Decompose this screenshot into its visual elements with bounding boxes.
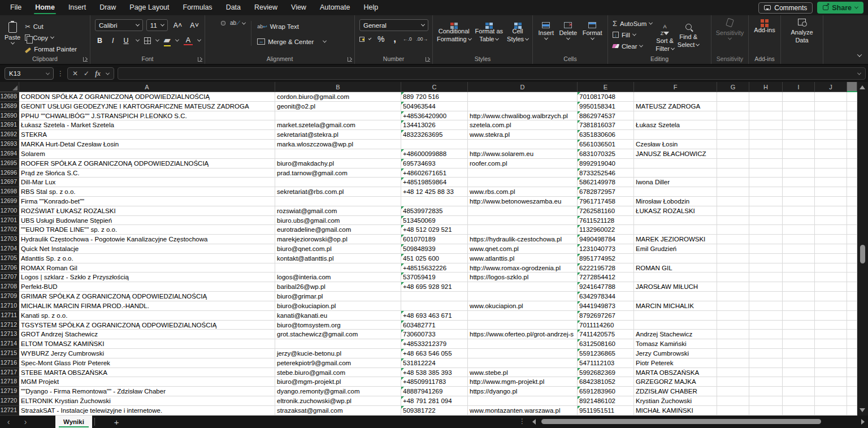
cell-E12712[interactable]: 7011114260 xyxy=(578,321,634,330)
cell-G12712[interactable] xyxy=(717,321,749,330)
cell-C12717[interactable]: +48 538 385 393 xyxy=(401,368,468,378)
cell-B12705[interactable]: kontakt@atlanttis.pl xyxy=(275,254,401,263)
row-header-12711[interactable]: 12711 xyxy=(0,311,19,321)
cell-D12706[interactable]: http://www.romax-ogrodzenia.pl xyxy=(468,263,578,273)
cell-J12712[interactable] xyxy=(815,321,847,330)
cell-G12688[interactable] xyxy=(717,92,749,102)
cell-H12720[interactable] xyxy=(749,396,783,406)
copy-button[interactable]: Copy xyxy=(25,32,77,43)
cell-H12694[interactable] xyxy=(749,149,783,159)
cell-K12710[interactable] xyxy=(847,301,857,311)
cell-I12688[interactable] xyxy=(783,92,815,102)
cell-A12719[interactable]: ""Dyango - Firma Remontowa"" - Zdzisław … xyxy=(19,387,275,396)
cell-C12696[interactable]: +48602671651 xyxy=(401,168,468,178)
cell-I12690[interactable] xyxy=(783,111,815,121)
cell-G12705[interactable] xyxy=(717,254,749,263)
row-header-12691[interactable]: 12691 xyxy=(0,120,19,130)
cell-H12701[interactable] xyxy=(749,216,783,226)
cell-H12698[interactable] xyxy=(749,187,783,197)
cell-E12717[interactable]: 5992682369 xyxy=(578,368,634,378)
cell-A12707[interactable]: Logos | szklarz - Szkło z Przyszłością xyxy=(19,273,275,282)
cell-B12703[interactable]: marekjeziorowski@op.pl xyxy=(275,235,401,244)
cell-I12699[interactable] xyxy=(783,197,815,206)
cell-H12696[interactable] xyxy=(749,168,783,178)
cell-H12695[interactable] xyxy=(749,159,783,168)
scroll-down-icon[interactable] xyxy=(860,408,865,412)
cell-C12704[interactable]: 509848939 xyxy=(401,244,468,254)
cell-B12710[interactable]: biuro@okuciapion.pl xyxy=(275,301,401,311)
cell-B12693[interactable]: marka.wloszczowa@wp.pl xyxy=(275,140,401,149)
cell-D12701[interactable] xyxy=(468,216,578,226)
cell-F12690[interactable] xyxy=(634,111,717,121)
cell-F12692[interactable] xyxy=(634,130,717,140)
cell-I12707[interactable] xyxy=(783,273,815,282)
sheet-tab-wyniki[interactable]: Wyniki xyxy=(55,416,92,428)
cell-B12698[interactable]: sekretariat@rbs.com.pl xyxy=(275,187,401,197)
cell-D12694[interactable]: http://www.solarem.eu xyxy=(468,149,578,159)
cell-D12693[interactable] xyxy=(468,140,578,149)
cell-E12707[interactable]: 7272854412 xyxy=(578,273,634,282)
cell-D12699[interactable]: http://www.betonoweszamba.eu xyxy=(468,197,578,206)
cell-J12720[interactable] xyxy=(815,396,847,406)
accounting-format-button[interactable] xyxy=(359,37,364,42)
cell-D12707[interactable]: https://logos-szklo.pl xyxy=(468,273,578,282)
cell-E12703[interactable]: 9490498784 xyxy=(578,235,634,244)
cell-E12699[interactable]: 7961717458 xyxy=(578,197,634,206)
formula-input[interactable] xyxy=(118,67,866,80)
cell-I12704[interactable] xyxy=(783,244,815,254)
cell-K12711[interactable] xyxy=(847,311,857,321)
cell-F12697[interactable]: Iwona Diller xyxy=(634,178,717,187)
format-painter-button[interactable]: Format Painter xyxy=(25,44,77,54)
cell-F12694[interactable]: JANUSZ BŁACHOWICZ xyxy=(634,149,717,159)
cell-A12721[interactable]: StrażakSAT - Instalacje telewizyjne i in… xyxy=(19,406,275,416)
cell-D12714[interactable] xyxy=(468,339,578,349)
cell-G12709[interactable] xyxy=(717,292,749,301)
orientation-dropdown-icon[interactable] xyxy=(242,20,246,24)
cell-E12709[interactable]: 6342978344 xyxy=(578,292,634,301)
row-header-12696[interactable]: 12696 xyxy=(0,168,19,178)
cell-J12708[interactable] xyxy=(815,282,847,292)
cell-B12715[interactable]: jerzy@kucie-betonu.pl xyxy=(275,349,401,358)
cell-C12716[interactable]: 531812224 xyxy=(401,358,468,368)
cell-C12719[interactable]: 48887941269 xyxy=(401,387,468,396)
cell-J12699[interactable] xyxy=(815,197,847,206)
cell-G12693[interactable] xyxy=(717,140,749,149)
insert-function-button[interactable]: fx xyxy=(95,70,101,78)
grow-font-button[interactable]: A˄ xyxy=(171,21,185,29)
number-dialog-launcher[interactable] xyxy=(426,57,430,62)
cell-G12720[interactable] xyxy=(717,396,749,406)
cell-G12696[interactable] xyxy=(717,168,749,178)
cell-F12705[interactable] xyxy=(634,254,717,263)
cell-G12706[interactable] xyxy=(717,263,749,273)
cell-G12715[interactable] xyxy=(717,349,749,358)
row-header-12718[interactable]: 12718 xyxy=(0,377,19,387)
menu-help[interactable]: Help xyxy=(357,0,385,15)
cell-F12689[interactable]: MATEUSZ ZADROGA xyxy=(634,102,717,111)
cell-I12720[interactable] xyxy=(783,396,815,406)
cell-H12697[interactable] xyxy=(749,178,783,187)
cell-I12697[interactable] xyxy=(783,178,815,187)
cell-E12700[interactable]: 7262581160 xyxy=(578,206,634,216)
column-header-I[interactable]: I xyxy=(783,82,815,92)
cell-D12717[interactable]: www.stebe.pl xyxy=(468,368,578,378)
cell-H12705[interactable] xyxy=(749,254,783,263)
row-header-12689[interactable]: 12689 xyxy=(0,102,19,111)
enter-button[interactable]: ✓ xyxy=(84,70,89,77)
cell-D12705[interactable]: www.atlanttis.pl xyxy=(468,254,578,263)
cell-I12696[interactable] xyxy=(783,168,815,178)
underline-button[interactable]: U xyxy=(121,37,131,45)
column-header-A[interactable]: A xyxy=(19,82,275,92)
cell-G12708[interactable] xyxy=(717,282,749,292)
cell-A12718[interactable]: MGM Projekt xyxy=(19,377,275,387)
cell-A12715[interactable]: WYBURZ Jerzy Cumbrowski xyxy=(19,349,275,358)
cell-J12698[interactable] xyxy=(815,187,847,197)
cell-I12716[interactable] xyxy=(783,358,815,368)
cell-I12693[interactable] xyxy=(783,140,815,149)
analyze-data-button[interactable]: Analyze Data xyxy=(781,15,823,44)
cell-K12712[interactable] xyxy=(847,321,857,330)
cell-K12721[interactable] xyxy=(847,406,857,416)
cell-F12719[interactable]: ZDZISŁAW CHABER xyxy=(634,387,717,396)
cell-B12701[interactable]: biuro.ubs@gmail.com xyxy=(275,216,401,226)
font-dialog-launcher[interactable] xyxy=(198,57,202,62)
cell-I12691[interactable] xyxy=(783,120,815,130)
